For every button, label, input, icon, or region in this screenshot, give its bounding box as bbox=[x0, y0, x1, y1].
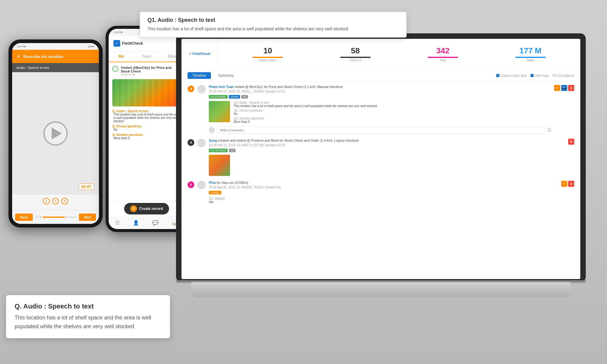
dash-logo: ✓ FieldCheck bbox=[181, 39, 218, 69]
tag-hcm-2: Ho Chi Minh bbox=[209, 149, 228, 152]
phone-left-subheader: Audio : Speech to text bbox=[12, 63, 99, 72]
fieldcheck-name: FieldCheck bbox=[122, 41, 143, 46]
phone-mid-footer: ⏱ Create record bbox=[109, 201, 185, 216]
tooltip-body: This location has a lot of shelf space a… bbox=[148, 26, 399, 32]
comment-input-1[interactable] bbox=[217, 126, 544, 134]
stat-num-sales: 177 M bbox=[515, 46, 546, 56]
tag-prenup-3: Prenup bbox=[209, 191, 221, 194]
entry-body-2: Sang created and visited @ Produce and M… bbox=[209, 139, 565, 176]
progress-fill bbox=[42, 217, 65, 218]
qa3-q1: Q1. dadasd npc bbox=[209, 197, 558, 204]
hidemap-label: Hide map bbox=[535, 74, 549, 77]
laptop-content: ✓ FieldCheck 10 Active Users 58 bbox=[181, 39, 580, 279]
photo-button-1[interactable]: 📷 bbox=[561, 85, 567, 91]
stat-bar-checkin bbox=[340, 57, 371, 58]
entry-meta-1: 20:29 Feb 12, 2019, ID: 68152__765040, D… bbox=[209, 90, 551, 93]
stat-bar-sales bbox=[515, 57, 546, 58]
entry-row-2 bbox=[209, 155, 565, 176]
next-button[interactable]: Next bbox=[79, 214, 96, 221]
avatar-3 bbox=[197, 181, 206, 189]
phone-left: 2:47 PM 100% ✕ Describe the location Aud… bbox=[8, 39, 103, 228]
timeline-dot-3: 9 bbox=[188, 181, 194, 188]
avatar-1 bbox=[197, 85, 206, 93]
stat-label-users: Active Users bbox=[253, 59, 283, 62]
stat-num-task: 342 bbox=[428, 46, 458, 56]
entry-body-3: Phia for Hep.con (0.00km) 16:00 Mar 01, … bbox=[209, 181, 558, 205]
stat-checkin: 58 Check-in bbox=[340, 46, 371, 62]
phone-left-time: 2:47 PM bbox=[17, 45, 26, 48]
phone-dot-3[interactable]: 3 bbox=[61, 198, 68, 204]
bottom-callout: Q. Audio : Speech to text This location … bbox=[6, 295, 170, 338]
entry-tags-3: Prenup bbox=[209, 191, 558, 194]
edit-button-1[interactable]: ✏ bbox=[554, 85, 560, 91]
entry-actions-3: ✏ 🗑 bbox=[561, 181, 574, 205]
menu-icon[interactable]: ☰ bbox=[115, 220, 120, 226]
entry-qa-1: Q1. Audio : Speech to text This location… bbox=[234, 101, 551, 125]
stat-active-users: 10 Active Users bbox=[253, 46, 283, 62]
stat-label-checkin: Check-in bbox=[340, 59, 371, 62]
phone-left-progress-area: 1 2 3 bbox=[12, 195, 99, 210]
visited-store-text: Visited @BevCity1 for Price and Stock Ch… bbox=[121, 66, 181, 73]
callout-question: Q. Audio : Speech to text bbox=[15, 302, 161, 310]
timeline-entry-3: 9 Phia for Hep.con (0.00km) 16:00 Mar 01… bbox=[188, 181, 574, 205]
phone-mid-time: 2:11 PM bbox=[114, 31, 123, 34]
back-button[interactable]: Back bbox=[15, 214, 33, 221]
phone-mid-screen: 2:11 PM 100% ✓ FieldCheck ≡ Me Team Stor… bbox=[109, 29, 185, 229]
qa-q1-answer: This location has a lot of shelf space a… bbox=[114, 113, 181, 123]
create-record-label: Create record bbox=[139, 207, 163, 211]
delete-button-2[interactable]: 🗑 bbox=[568, 139, 574, 145]
entry-actions-2: 🗑 bbox=[568, 139, 574, 176]
expand-option[interactable]: Expand each task bbox=[496, 74, 527, 77]
close-icon: ✕ bbox=[16, 54, 20, 59]
phone-mid-header: ✓ FieldCheck ≡ bbox=[109, 35, 185, 51]
entry-user-3: Phia bbox=[209, 181, 216, 184]
entry-image-2 bbox=[209, 155, 230, 176]
create-icon: ⏱ bbox=[130, 205, 137, 212]
qa-q3-answer: More than 5 bbox=[114, 136, 181, 140]
tab-team[interactable]: Team bbox=[134, 51, 159, 62]
timeline-entry-1: 9 Pham Anh Tuan visited @ BevCity1 for P… bbox=[188, 85, 574, 134]
chat-icon[interactable]: 💬 bbox=[152, 220, 158, 226]
tab-options: Expand each task Hide map Pin Conditions bbox=[496, 74, 574, 77]
phone-mid-tabs: Me Team Store bbox=[109, 51, 185, 62]
tab-me[interactable]: Me bbox=[109, 51, 134, 62]
expand-checkbox[interactable] bbox=[496, 74, 499, 77]
delete-button-1[interactable]: 🗑 bbox=[568, 85, 574, 91]
play-button[interactable] bbox=[43, 121, 68, 146]
entry-header-3: Phia for Hep.con (0.00km) bbox=[209, 181, 558, 184]
laptop-screen-outer: ✓ FieldCheck 10 Active Users 58 bbox=[176, 33, 586, 282]
entry-tags-1: Ho Chi Minh Admin +1 bbox=[209, 95, 551, 99]
qa1-q1: Q1. Audio : Speech to text This location… bbox=[234, 101, 551, 108]
entry-user-2: Sang bbox=[209, 139, 217, 142]
phone-left-screen: 2:47 PM 100% ✕ Describe the location Aud… bbox=[12, 43, 99, 224]
create-record-button[interactable]: ⏱ Create record bbox=[124, 203, 169, 214]
person-icon[interactable]: 👤 bbox=[133, 220, 139, 226]
tab-timeline[interactable]: Timeline bbox=[188, 72, 211, 79]
pin-conditions-label: Pin Conditions bbox=[553, 74, 574, 77]
stat-sales: 177 M Sales bbox=[515, 46, 546, 62]
stat-num-checkin: 58 bbox=[340, 46, 371, 56]
store-image bbox=[112, 79, 181, 106]
visited-card: ✓ Visited @BevCity1 for Price and Stock … bbox=[112, 66, 181, 76]
tab-summary[interactable]: Summary bbox=[213, 72, 239, 79]
phone-left-status-bar: 2:47 PM 100% bbox=[12, 43, 99, 50]
progress-text: 2 / 3 bbox=[35, 215, 41, 219]
qa1-q3: Q3. Number questions More than 5 bbox=[234, 117, 551, 123]
hidemap-checkbox[interactable] bbox=[531, 74, 534, 77]
entry-user-1: Pham Anh Tuan bbox=[209, 85, 234, 89]
phone-dots: 1 2 3 bbox=[16, 198, 95, 204]
image-icon-1[interactable]: 🖼 bbox=[547, 128, 551, 133]
phone-mid: 2:11 PM 100% ✓ FieldCheck ≡ Me Team Stor… bbox=[106, 26, 188, 232]
tag-plus-2: +1 bbox=[229, 149, 236, 152]
phone-left-header: ✕ Describe the location bbox=[12, 50, 99, 63]
edit-button-3[interactable]: ✏ bbox=[561, 181, 567, 187]
entry-meta-2: 10:29 Feb 11, 2019, ID: 646174_837169, D… bbox=[209, 143, 565, 147]
phone-dot-2[interactable]: 2 bbox=[52, 198, 59, 204]
delete-button-3[interactable]: 🗑 bbox=[568, 181, 574, 187]
stat-bar-task bbox=[428, 57, 458, 58]
hidemap-option[interactable]: Hide map bbox=[531, 74, 549, 77]
stat-num-users: 10 bbox=[253, 46, 283, 56]
tag-plus-1: +1 bbox=[241, 95, 248, 99]
check-icon: ✓ bbox=[112, 66, 118, 72]
phone-dot-1[interactable]: 1 bbox=[43, 198, 50, 204]
